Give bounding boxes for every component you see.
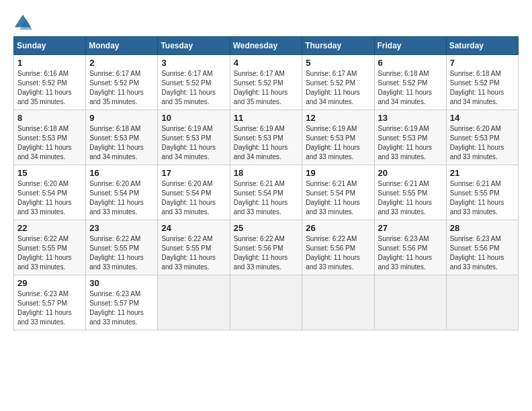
day-info: Sunrise: 6:22 AMSunset: 5:55 PMDaylight:… — [17, 234, 82, 272]
day-info: Sunrise: 6:22 AMSunset: 5:55 PMDaylight:… — [89, 234, 154, 272]
calendar-cell: 24 Sunrise: 6:22 AMSunset: 5:55 PMDaylig… — [158, 220, 230, 275]
day-info: Sunrise: 6:23 AMSunset: 5:57 PMDaylight:… — [17, 289, 82, 327]
calendar-cell: 30 Sunrise: 6:23 AMSunset: 5:57 PMDaylig… — [86, 275, 158, 330]
day-info: Sunrise: 6:22 AMSunset: 5:55 PMDaylight:… — [161, 234, 226, 272]
day-number: 28 — [450, 223, 515, 233]
day-number: 1 — [17, 58, 82, 68]
day-number: 9 — [89, 113, 154, 123]
day-info: Sunrise: 6:17 AMSunset: 5:52 PMDaylight:… — [234, 69, 299, 107]
day-info: Sunrise: 6:22 AMSunset: 5:56 PMDaylight:… — [234, 234, 299, 272]
calendar-cell: 4 Sunrise: 6:17 AMSunset: 5:52 PMDayligh… — [230, 55, 302, 110]
calendar-cell — [158, 275, 230, 330]
day-number: 13 — [378, 113, 443, 123]
calendar-cell: 23 Sunrise: 6:22 AMSunset: 5:55 PMDaylig… — [86, 220, 158, 275]
day-number: 27 — [378, 223, 443, 233]
day-number: 14 — [450, 113, 515, 123]
calendar-table: SundayMondayTuesdayWednesdayThursdayFrid… — [13, 36, 519, 330]
day-number: 18 — [234, 168, 299, 178]
day-number: 17 — [161, 168, 226, 178]
calendar-week-row: 15 Sunrise: 6:20 AMSunset: 5:54 PMDaylig… — [14, 165, 519, 220]
day-info: Sunrise: 6:17 AMSunset: 5:52 PMDaylight:… — [161, 69, 226, 107]
day-number: 3 — [161, 58, 226, 68]
calendar-cell: 26 Sunrise: 6:22 AMSunset: 5:56 PMDaylig… — [302, 220, 374, 275]
calendar-cell: 2 Sunrise: 6:17 AMSunset: 5:52 PMDayligh… — [86, 55, 158, 110]
page-header — [13, 13, 519, 32]
day-info: Sunrise: 6:21 AMSunset: 5:55 PMDaylight:… — [450, 179, 515, 217]
day-info: Sunrise: 6:19 AMSunset: 5:53 PMDaylight:… — [234, 124, 299, 162]
calendar-week-row: 1 Sunrise: 6:16 AMSunset: 5:52 PMDayligh… — [14, 55, 519, 110]
calendar-cell: 29 Sunrise: 6:23 AMSunset: 5:57 PMDaylig… — [14, 275, 86, 330]
calendar-cell: 8 Sunrise: 6:18 AMSunset: 5:53 PMDayligh… — [14, 110, 86, 165]
day-info: Sunrise: 6:19 AMSunset: 5:53 PMDaylight:… — [161, 124, 226, 162]
day-number: 2 — [89, 58, 154, 68]
day-info: Sunrise: 6:20 AMSunset: 5:53 PMDaylight:… — [450, 124, 515, 162]
day-info: Sunrise: 6:18 AMSunset: 5:53 PMDaylight:… — [89, 124, 154, 162]
calendar-cell: 15 Sunrise: 6:20 AMSunset: 5:54 PMDaylig… — [14, 165, 86, 220]
day-info: Sunrise: 6:17 AMSunset: 5:52 PMDaylight:… — [89, 69, 154, 107]
day-number: 20 — [378, 168, 443, 178]
calendar-week-row: 22 Sunrise: 6:22 AMSunset: 5:55 PMDaylig… — [14, 220, 519, 275]
day-number: 30 — [89, 278, 154, 288]
calendar-cell: 18 Sunrise: 6:21 AMSunset: 5:54 PMDaylig… — [230, 165, 302, 220]
header-sunday: Sunday — [14, 37, 86, 55]
day-number: 24 — [161, 223, 226, 233]
calendar-cell: 10 Sunrise: 6:19 AMSunset: 5:53 PMDaylig… — [158, 110, 230, 165]
day-info: Sunrise: 6:17 AMSunset: 5:52 PMDaylight:… — [306, 69, 370, 107]
day-info: Sunrise: 6:18 AMSunset: 5:53 PMDaylight:… — [17, 124, 82, 162]
day-number: 21 — [450, 168, 515, 178]
calendar-cell: 3 Sunrise: 6:17 AMSunset: 5:52 PMDayligh… — [158, 55, 230, 110]
calendar-week-row: 29 Sunrise: 6:23 AMSunset: 5:57 PMDaylig… — [14, 275, 519, 330]
day-info: Sunrise: 6:23 AMSunset: 5:57 PMDaylight:… — [89, 289, 154, 327]
day-number: 8 — [17, 113, 82, 123]
calendar-cell: 25 Sunrise: 6:22 AMSunset: 5:56 PMDaylig… — [230, 220, 302, 275]
calendar-cell — [374, 275, 446, 330]
calendar-cell — [446, 275, 518, 330]
day-number: 23 — [89, 223, 154, 233]
calendar-cell: 19 Sunrise: 6:21 AMSunset: 5:54 PMDaylig… — [302, 165, 374, 220]
day-info: Sunrise: 6:19 AMSunset: 5:53 PMDaylight:… — [378, 124, 443, 162]
calendar-cell: 11 Sunrise: 6:19 AMSunset: 5:53 PMDaylig… — [230, 110, 302, 165]
day-number: 11 — [234, 113, 299, 123]
calendar-cell: 22 Sunrise: 6:22 AMSunset: 5:55 PMDaylig… — [14, 220, 86, 275]
calendar-cell: 5 Sunrise: 6:17 AMSunset: 5:52 PMDayligh… — [302, 55, 374, 110]
header-wednesday: Wednesday — [230, 37, 302, 55]
day-info: Sunrise: 6:20 AMSunset: 5:54 PMDaylight:… — [89, 179, 154, 217]
day-info: Sunrise: 6:21 AMSunset: 5:54 PMDaylight:… — [234, 179, 299, 217]
day-number: 19 — [306, 168, 370, 178]
day-number: 12 — [306, 113, 370, 123]
calendar-cell: 9 Sunrise: 6:18 AMSunset: 5:53 PMDayligh… — [86, 110, 158, 165]
calendar-cell: 20 Sunrise: 6:21 AMSunset: 5:55 PMDaylig… — [374, 165, 446, 220]
calendar-cell: 12 Sunrise: 6:19 AMSunset: 5:53 PMDaylig… — [302, 110, 374, 165]
day-info: Sunrise: 6:22 AMSunset: 5:56 PMDaylight:… — [306, 234, 370, 272]
day-number: 6 — [378, 58, 443, 68]
header-tuesday: Tuesday — [158, 37, 230, 55]
day-info: Sunrise: 6:18 AMSunset: 5:52 PMDaylight:… — [450, 69, 515, 107]
calendar-cell: 16 Sunrise: 6:20 AMSunset: 5:54 PMDaylig… — [86, 165, 158, 220]
day-info: Sunrise: 6:18 AMSunset: 5:52 PMDaylight:… — [378, 69, 443, 107]
header-friday: Friday — [374, 37, 446, 55]
calendar-cell: 7 Sunrise: 6:18 AMSunset: 5:52 PMDayligh… — [446, 55, 518, 110]
day-info: Sunrise: 6:20 AMSunset: 5:54 PMDaylight:… — [161, 179, 226, 217]
day-number: 29 — [17, 278, 82, 288]
calendar-cell: 17 Sunrise: 6:20 AMSunset: 5:54 PMDaylig… — [158, 165, 230, 220]
calendar-cell — [302, 275, 374, 330]
calendar-header-row: SundayMondayTuesdayWednesdayThursdayFrid… — [14, 37, 519, 55]
header-monday: Monday — [86, 37, 158, 55]
calendar-cell: 14 Sunrise: 6:20 AMSunset: 5:53 PMDaylig… — [446, 110, 518, 165]
logo-icon — [13, 13, 32, 32]
calendar-week-row: 8 Sunrise: 6:18 AMSunset: 5:53 PMDayligh… — [14, 110, 519, 165]
calendar-cell: 21 Sunrise: 6:21 AMSunset: 5:55 PMDaylig… — [446, 165, 518, 220]
day-number: 25 — [234, 223, 299, 233]
day-number: 16 — [89, 168, 154, 178]
day-info: Sunrise: 6:20 AMSunset: 5:54 PMDaylight:… — [17, 179, 82, 217]
logo — [13, 13, 35, 32]
calendar-cell — [230, 275, 302, 330]
day-info: Sunrise: 6:21 AMSunset: 5:54 PMDaylight:… — [306, 179, 370, 217]
calendar-cell: 13 Sunrise: 6:19 AMSunset: 5:53 PMDaylig… — [374, 110, 446, 165]
calendar-cell: 6 Sunrise: 6:18 AMSunset: 5:52 PMDayligh… — [374, 55, 446, 110]
day-number: 15 — [17, 168, 82, 178]
calendar-cell: 1 Sunrise: 6:16 AMSunset: 5:52 PMDayligh… — [14, 55, 86, 110]
day-info: Sunrise: 6:21 AMSunset: 5:55 PMDaylight:… — [378, 179, 443, 217]
day-number: 22 — [17, 223, 82, 233]
day-number: 10 — [161, 113, 226, 123]
